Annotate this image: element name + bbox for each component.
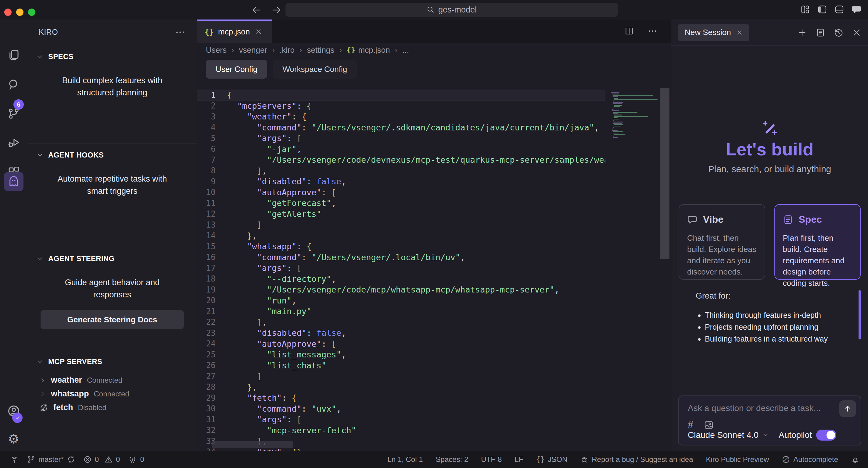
code-line[interactable]: 26 "list_chats" [197, 360, 606, 371]
config-tab-workspace-config[interactable]: Workspace Config [273, 60, 357, 78]
kiro-preview-status[interactable]: Kiro Public Preview [706, 455, 769, 464]
zoom-window-button[interactable] [28, 8, 35, 16]
close-tab-icon[interactable] [255, 28, 262, 35]
breadcrumb-item[interactable]: .kiro [280, 45, 294, 55]
explorer-icon[interactable] [7, 49, 20, 62]
encoding-status[interactable]: UTF-8 [481, 455, 502, 464]
code-line[interactable]: 19 "/Users/vsenger/code/mcp/whatsapp-mcp… [197, 284, 606, 295]
code-line[interactable]: 32 "mcp-server-fetch" [197, 425, 606, 436]
config-tab-user-config[interactable]: User Config [206, 60, 267, 78]
language-mode[interactable]: {} JSON [536, 455, 567, 464]
autopilot-toggle[interactable] [816, 430, 836, 441]
mcp-server-weather[interactable]: weatherConnected [28, 373, 197, 387]
code-line[interactable]: 7 "/Users/vsenger/code/devnexus/mcp-test… [197, 155, 606, 165]
code-line[interactable]: 11 "getForecast", [197, 198, 606, 209]
task-list-icon[interactable] [815, 28, 825, 37]
code-line[interactable]: 28 }, [197, 382, 606, 393]
run-debug-icon[interactable] [7, 136, 20, 149]
settings-gear-icon[interactable]: ⚙ [8, 433, 20, 445]
chat-bubble-icon[interactable] [851, 5, 861, 14]
customize-layout-icon[interactable] [800, 5, 810, 14]
remote-indicator-icon[interactable] [10, 455, 19, 464]
code-line[interactable]: 16 "command": "/Users/vsenger/.local/bin… [197, 252, 606, 263]
code-line[interactable]: 22 ], [197, 317, 606, 328]
horizontal-scrollbar-thumb[interactable] [212, 441, 293, 448]
vertical-scrollbar-thumb[interactable] [660, 88, 670, 259]
minimap[interactable] [606, 87, 658, 451]
split-editor-icon[interactable] [625, 27, 634, 36]
breadcrumb-item[interactable]: settings [307, 45, 335, 55]
kiro-agent-tab[interactable] [4, 172, 24, 191]
vertical-scrollbar[interactable] [658, 87, 671, 451]
back-icon[interactable] [251, 5, 262, 15]
code-line[interactable]: 29 "fetch": { [197, 393, 606, 403]
indentation-status[interactable]: Spaces: 2 [436, 455, 468, 464]
code-line[interactable]: 6 "-jar", [197, 144, 606, 155]
code-line[interactable]: 17 "args": [ [197, 263, 606, 274]
code-line[interactable]: 14 }, [197, 230, 606, 241]
code-line[interactable]: 18 "--directory", [197, 274, 606, 285]
toggle-panel-left-icon[interactable] [817, 5, 827, 14]
eol-status[interactable]: LF [515, 455, 523, 464]
close-session-icon[interactable] [737, 30, 743, 36]
breadcrumb-item[interactable]: Users [206, 45, 227, 55]
breadcrumb-item[interactable]: vsenger [239, 45, 268, 55]
mcp-server-fetch[interactable]: fetchDisabled [28, 401, 197, 414]
close-window-button[interactable] [4, 8, 11, 16]
editor-more-actions-icon[interactable] [647, 26, 657, 36]
breadcrumb-item[interactable]: {}mcp.json [347, 45, 390, 55]
context-hash-icon[interactable]: # [688, 419, 693, 431]
command-center-search[interactable]: ges-model [285, 3, 618, 17]
code-line[interactable]: 1{ [197, 90, 606, 101]
chat-scroll-indicator[interactable] [859, 290, 861, 339]
git-branch-status[interactable]: master* [27, 455, 75, 464]
code-line[interactable]: 20 "run", [197, 295, 606, 306]
close-panel-icon[interactable] [852, 28, 861, 37]
section-agent-hooks-header[interactable]: AGENT HOOKS [28, 143, 197, 159]
tab-mcp-json[interactable]: {} mcp.json [197, 20, 272, 43]
toggle-panel-bottom-icon[interactable] [834, 5, 844, 14]
attach-image-icon[interactable] [704, 420, 714, 430]
spec-mode-card[interactable]: Spec Plan first, then build. Create requ… [774, 204, 861, 280]
send-button[interactable] [839, 400, 856, 417]
code-line[interactable]: 25 "list_messages", [197, 349, 606, 360]
code-line[interactable]: 4 "command": "/Users/vsenger/.sdkman/can… [197, 122, 606, 133]
code-line[interactable]: 8 ], [197, 165, 606, 176]
mcp-server-whatsapp[interactable]: whatsappConnected [28, 387, 197, 401]
code-line[interactable]: 9 "disabled": false, [197, 176, 606, 187]
code-line[interactable]: 24 "autoApprove": [ [197, 338, 606, 349]
code-line[interactable]: 21 "main.py" [197, 306, 606, 317]
minimize-window-button[interactable] [16, 8, 24, 16]
section-mcp-servers-header[interactable]: MCP SERVERS [28, 350, 197, 366]
code-editor[interactable]: 1{2 "mcpServers": {3 "weather": {4 "comm… [197, 87, 671, 451]
model-selector[interactable]: Claude Sonnet 4.0 [688, 430, 769, 440]
code-line[interactable]: 23 "disabled": false, [197, 328, 606, 338]
code-line[interactable]: 2 "mcpServers": { [197, 101, 606, 111]
new-session-icon[interactable] [797, 28, 807, 37]
autocomplete-status[interactable]: Autocomplete [782, 455, 838, 464]
forward-icon[interactable] [272, 5, 282, 15]
notifications-bell-icon[interactable] [851, 455, 860, 464]
breadcrumb-item[interactable]: ... [402, 45, 409, 55]
report-bug-link[interactable]: Report a bug / Suggest an idea [580, 455, 693, 464]
code-line[interactable]: 27 ] [197, 371, 606, 382]
vibe-mode-card[interactable]: Vibe Chat first, then build. Explore ide… [679, 204, 765, 280]
cursor-position[interactable]: Ln 1, Col 1 [388, 455, 423, 464]
code-line[interactable]: 12 "getAlerts" [197, 209, 606, 220]
code-line[interactable]: 13 ] [197, 220, 606, 230]
code-line[interactable]: 10 "autoApprove": [ [197, 187, 606, 198]
code-line[interactable]: 30 "command": "uvx", [197, 403, 606, 414]
problems-status[interactable]: 0 0 [83, 455, 120, 464]
chat-input-box[interactable]: Ask a question or describe a task... # C… [678, 396, 861, 445]
code-line[interactable]: 15 "whatsapp": { [197, 241, 606, 252]
section-agent-steering-header[interactable]: AGENT STEERING [28, 247, 197, 263]
section-specs-header[interactable]: SPECS [28, 45, 197, 61]
code-line[interactable]: 5 "args": [ [197, 133, 606, 144]
search-sidebar-icon[interactable] [7, 78, 20, 91]
code-line[interactable]: 31 "args": [ [197, 414, 606, 425]
history-icon[interactable] [834, 28, 844, 37]
sidebar-more-icon[interactable] [175, 27, 186, 38]
session-tab[interactable]: New Session [678, 24, 749, 41]
code-line[interactable]: 3 "weather": { [197, 111, 606, 122]
ports-status[interactable]: 0 [128, 455, 144, 464]
